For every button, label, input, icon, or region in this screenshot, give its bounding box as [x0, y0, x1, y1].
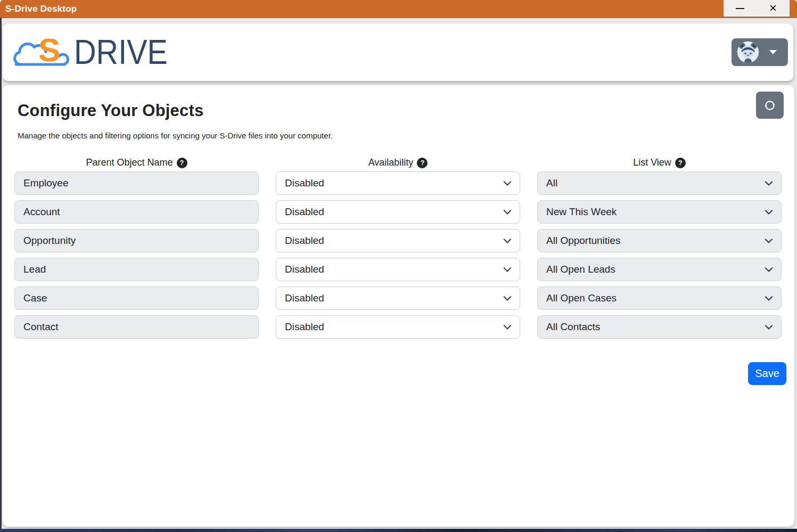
list-view-select[interactable]: All Opportunities — [537, 229, 782, 252]
availability-value: Disabled — [285, 321, 324, 333]
help-icon[interactable]: ? — [177, 158, 187, 168]
chevron-down-icon — [764, 293, 774, 303]
chevron-down-icon — [764, 322, 774, 332]
availability-value: Disabled — [285, 264, 324, 275]
window-controls: × — [724, 0, 790, 17]
window-left-border — [0, 18, 2, 532]
column-header-label: Parent Object Name — [86, 157, 172, 168]
table-row: Lead Disabled All Open Leads — [14, 258, 782, 281]
window-title: S-Drive Desktop — [0, 0, 797, 18]
minimize-icon — [736, 8, 744, 9]
user-menu-button[interactable] — [732, 38, 788, 66]
availability-value: Disabled — [285, 292, 324, 304]
chevron-down-icon — [764, 207, 774, 217]
availability-select[interactable]: Disabled — [276, 315, 520, 339]
list-view-value: All Contacts — [546, 321, 600, 333]
chevron-down-icon — [503, 265, 512, 274]
list-view-value: All Open Cases — [546, 292, 617, 304]
minimize-button[interactable] — [724, 0, 757, 17]
table-row: Employee Disabled All — [14, 171, 782, 195]
availability-select[interactable]: Disabled — [276, 229, 520, 252]
table-row: Contact Disabled All Contacts — [14, 315, 782, 339]
column-header-availability: Availability ? — [276, 157, 520, 168]
logo-drive: DRIVE — [74, 35, 168, 68]
help-icon[interactable]: ? — [417, 158, 428, 168]
table-row: Case Disabled All Open Cases — [14, 287, 782, 310]
user-avatar — [736, 40, 760, 64]
parent-object-label: Employee — [23, 177, 69, 189]
chevron-down-icon — [503, 293, 512, 303]
close-button[interactable]: × — [757, 0, 790, 17]
column-header-list-view: List View ? — [537, 157, 782, 168]
chevron-down-icon — [764, 236, 774, 245]
chevron-down-icon — [764, 178, 774, 188]
help-icon[interactable]: ? — [675, 158, 686, 168]
column-headers: Parent Object Name ? Availability ? List… — [14, 157, 782, 168]
parent-object-label: Opportunity — [23, 235, 76, 247]
chevron-down-icon — [764, 265, 774, 274]
availability-value: Disabled — [285, 177, 324, 189]
save-button[interactable]: Save — [748, 362, 786, 385]
availability-select[interactable]: Disabled — [276, 200, 520, 224]
table-row: Opportunity Disabled All Opportunities — [14, 229, 782, 252]
parent-object-label: Lead — [23, 264, 46, 275]
availability-value: Disabled — [285, 206, 324, 218]
table-row: Account Disabled New This Week — [14, 200, 782, 224]
availability-select[interactable]: Disabled — [276, 287, 520, 310]
list-view-select[interactable]: All Open Cases — [537, 287, 782, 310]
column-header-parent-object: Parent Object Name ? — [14, 157, 259, 168]
list-view-select[interactable]: All — [537, 171, 782, 195]
list-view-value: All Opportunities — [546, 235, 620, 247]
availability-select[interactable]: Disabled — [276, 258, 520, 281]
chevron-down-icon — [503, 322, 512, 332]
list-view-value: New This Week — [546, 206, 617, 218]
parent-object-field: Contact — [14, 315, 259, 339]
logo-s: S — [38, 35, 60, 68]
list-view-value: All — [546, 177, 557, 189]
parent-object-label: Case — [23, 292, 47, 304]
window-bottom-border — [0, 529, 797, 532]
availability-select[interactable]: Disabled — [276, 171, 520, 195]
chevron-down-icon — [503, 236, 512, 245]
list-view-value: All Open Leads — [546, 264, 615, 275]
list-view-select[interactable]: New This Week — [537, 200, 782, 224]
chevron-down-icon — [503, 178, 512, 188]
chevron-down-icon — [769, 50, 777, 54]
list-view-select[interactable]: All Contacts — [537, 315, 782, 339]
parent-object-field: Opportunity — [14, 229, 259, 252]
page-subtitle: Manage the objects and filtering options… — [18, 131, 782, 140]
column-header-label: List View — [633, 157, 671, 168]
column-header-label: Availability — [368, 157, 414, 168]
refresh-button[interactable] — [756, 92, 784, 119]
availability-value: Disabled — [285, 235, 324, 247]
parent-object-label: Account — [23, 206, 60, 218]
sdrive-logo: S DRIVE — [13, 35, 173, 70]
sdrive-logo-icon: S DRIVE — [13, 35, 173, 68]
parent-object-field: Case — [14, 287, 259, 310]
parent-object-label: Contact — [23, 321, 58, 333]
list-view-select[interactable]: All Open Leads — [537, 258, 782, 281]
table-rows: Employee Disabled All Account Disabled N… — [14, 171, 782, 339]
page-title: Configure Your Objects — [18, 101, 782, 120]
app-header: S DRIVE — [3, 23, 793, 81]
refresh-icon — [763, 99, 776, 112]
chevron-down-icon — [503, 207, 512, 217]
parent-object-field: Employee — [14, 171, 259, 195]
configure-objects-panel: Configure Your Objects Manage the object… — [3, 85, 794, 527]
parent-object-field: Account — [14, 200, 259, 224]
window-titlebar[interactable]: S-Drive Desktop — [0, 0, 797, 18]
close-icon: × — [769, 2, 777, 14]
parent-object-field: Lead — [14, 258, 259, 281]
